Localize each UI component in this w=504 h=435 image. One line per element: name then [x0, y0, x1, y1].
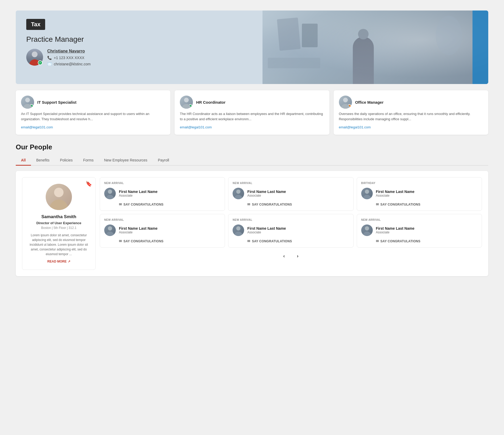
ann-name-3: First Name Last Name	[119, 226, 158, 230]
read-more-label: READ MORE	[47, 260, 66, 263]
envelope-icon-4: ✉	[247, 239, 250, 243]
ann-role-0: Associate	[119, 194, 158, 197]
ann-action-2[interactable]: ✉ SAY CONGRATULATIONS	[376, 202, 477, 206]
hero-section: Tax Practice Manager Christiane Navarro …	[16, 11, 488, 84]
status-badge-green	[30, 104, 33, 108]
next-page-button[interactable]: ›	[293, 252, 302, 260]
ann-avatar-4	[233, 224, 244, 236]
hero-left: Tax Practice Manager Christiane Navarro …	[16, 11, 262, 84]
role-desc-it: An IT Support Specialist provides techni…	[21, 111, 165, 122]
envelope-icon-1: ✉	[247, 202, 250, 206]
prev-page-button[interactable]: ‹	[280, 252, 288, 260]
phone-number: +1 123 XXX XXXX	[54, 56, 84, 60]
ann-avatar-2	[361, 188, 373, 199]
tab-policies[interactable]: Policies	[55, 155, 78, 166]
read-more-button[interactable]: READ MORE ↗	[47, 260, 70, 263]
profile-name: Samantha Smith	[41, 214, 76, 219]
ann-avatar-5	[361, 224, 373, 236]
role-avatar-hr	[180, 96, 193, 109]
announcement-person-1: First Name Last Name Associate	[233, 188, 349, 199]
role-email-office[interactable]: email@legal101.com	[339, 125, 371, 129]
people-grid: 🔖 Samantha Smith Director of User Experi…	[22, 177, 482, 270]
tax-badge: Tax	[26, 19, 45, 30]
ann-name-2: First Name Last Name	[376, 190, 414, 194]
profile-avatar	[46, 184, 72, 210]
announcement-card-4: NEW ARRIVAL First Name Last Name Associa…	[228, 214, 353, 248]
manager-info: Christiane Navarro 📞 +1 123 XXX XXXX ✉️ …	[47, 49, 91, 66]
role-title-office: Office Manager	[355, 100, 384, 104]
status-badge-orange	[348, 104, 351, 108]
announcement-type-4: NEW ARRIVAL	[233, 218, 349, 221]
envelope-icon-5: ✉	[376, 239, 379, 243]
ann-name-1: First Name Last Name	[247, 190, 286, 194]
profile-card: 🔖 Samantha Smith Director of User Experi…	[22, 177, 96, 270]
role-card-office: Office Manager Oversees the daily operat…	[334, 90, 488, 135]
tab-benefits[interactable]: Benefits	[31, 155, 55, 166]
ann-role-4: Associate	[247, 230, 286, 234]
announcement-card-0: NEW ARRIVAL First Name Last Name Associa…	[100, 177, 225, 211]
role-card-it: IT Support Specialist An IT Support Spec…	[16, 90, 170, 135]
announcement-type-2: BIRTHDAY	[361, 182, 477, 185]
role-email-it[interactable]: email@legal101.com	[21, 125, 53, 129]
ann-action-0[interactable]: ✉ SAY CONGRATULATIONS	[119, 202, 220, 206]
announcements-grid: NEW ARRIVAL First Name Last Name Associa…	[100, 177, 482, 248]
tab-all[interactable]: All	[16, 155, 31, 166]
pagination: ‹ ›	[100, 252, 482, 260]
tab-new-employee-resources[interactable]: New Employee Resources	[99, 155, 153, 166]
announcement-person-5: First Name Last Name Associate	[361, 224, 477, 236]
profile-location: Boston | 5th Floor | 312.1	[41, 226, 76, 230]
profile-role: Director of User Experience	[36, 221, 81, 225]
our-people-section: Our People All Benefits Policies Forms N…	[16, 143, 488, 276]
profile-bio: Lorem ipsum dolor sit amet, consectetur …	[28, 233, 90, 256]
envelope-icon-0: ✉	[119, 202, 122, 206]
announcement-type-5: NEW ARRIVAL	[361, 218, 477, 221]
ann-action-3[interactable]: ✉ SAY CONGRATULATIONS	[119, 239, 220, 243]
role-email-hr[interactable]: email@legal101.com	[180, 125, 212, 129]
ann-name-0: First Name Last Name	[119, 190, 158, 194]
role-avatar-office	[339, 96, 352, 109]
email-address: christane@klstinc.com	[54, 62, 91, 66]
practice-title: Practice Manager	[26, 35, 252, 44]
announcements-area: NEW ARRIVAL First Name Last Name Associa…	[100, 177, 482, 270]
envelope-icon-3: ✉	[119, 239, 122, 243]
avatar-verified-badge	[38, 60, 43, 65]
manager-card: Christiane Navarro 📞 +1 123 XXX XXXX ✉️ …	[26, 49, 252, 66]
ann-role-1: Associate	[247, 194, 286, 197]
ann-role-2: Associate	[376, 194, 414, 197]
ann-name-5: First Name Last Name	[376, 226, 414, 230]
announcement-person-3: First Name Last Name Associate	[104, 224, 220, 236]
envelope-icon-2: ✉	[376, 202, 379, 206]
announcement-card-5: NEW ARRIVAL First Name Last Name Associa…	[357, 214, 482, 248]
announcement-type-0: NEW ARRIVAL	[104, 182, 220, 185]
email-row: ✉️ christane@klstinc.com	[47, 62, 91, 66]
ann-name-4: First Name Last Name	[247, 226, 286, 230]
manager-name[interactable]: Christiane Navarro	[47, 49, 91, 54]
announcement-type-3: NEW ARRIVAL	[104, 218, 220, 221]
ann-action-5[interactable]: ✉ SAY CONGRATULATIONS	[376, 239, 477, 243]
role-cards: IT Support Specialist An IT Support Spec…	[16, 90, 488, 135]
tab-forms[interactable]: Forms	[78, 155, 99, 166]
bookmark-icon[interactable]: 🔖	[86, 181, 92, 187]
role-title-hr: HR Coordinator	[196, 100, 225, 104]
role-title-it: IT Support Specialist	[37, 100, 76, 104]
announcement-person-4: First Name Last Name Associate	[233, 224, 349, 236]
role-card-hr: HR Coordinator The HR Coordinator acts a…	[175, 90, 329, 135]
tab-payroll[interactable]: Payroll	[153, 155, 174, 166]
people-container: 🔖 Samantha Smith Director of User Experi…	[16, 171, 488, 276]
external-link-icon: ↗	[68, 260, 70, 263]
role-desc-hr: The HR Coordinator acts as a liaison bet…	[180, 111, 324, 122]
ann-action-4[interactable]: ✉ SAY CONGRATULATIONS	[247, 239, 349, 243]
hero-right	[262, 11, 488, 84]
ann-avatar-1	[233, 188, 244, 199]
section-title: Our People	[16, 143, 488, 151]
ann-avatar-0	[104, 188, 116, 199]
email-icon: ✉️	[47, 62, 52, 66]
announcement-card-2: BIRTHDAY First Name Last Name Associate …	[357, 177, 482, 211]
phone-row: 📞 +1 123 XXX XXXX	[47, 56, 91, 60]
ann-role-3: Associate	[119, 230, 158, 234]
announcement-card-1: NEW ARRIVAL First Name Last Name Associa…	[228, 177, 353, 211]
announcement-person-0: First Name Last Name Associate	[104, 188, 220, 199]
ann-avatar-3	[104, 224, 116, 236]
ann-action-1[interactable]: ✉ SAY CONGRATULATIONS	[247, 202, 349, 206]
role-avatar-it	[21, 96, 34, 109]
